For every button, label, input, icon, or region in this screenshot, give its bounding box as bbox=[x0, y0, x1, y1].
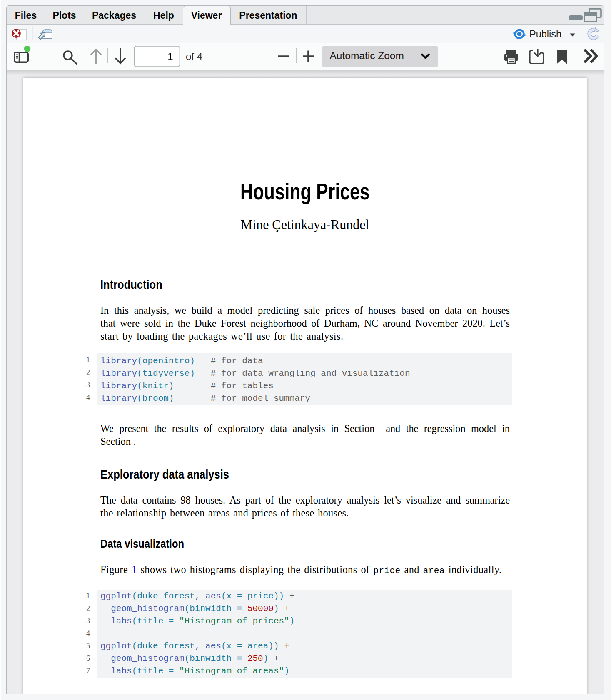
svg-text:Automatic Zoom: Automatic Zoom bbox=[330, 50, 404, 61]
svg-text:Publish: Publish bbox=[529, 29, 561, 40]
svg-text:1: 1 bbox=[167, 51, 173, 62]
svg-text:of 4: of 4 bbox=[186, 51, 202, 62]
